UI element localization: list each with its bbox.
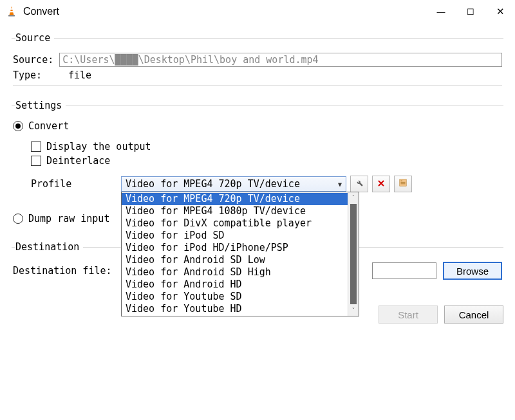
deinterlace-label: Deinterlace [46, 155, 110, 167]
profile-option[interactable]: Video for Android SD Low [122, 254, 348, 266]
profile-option[interactable]: Video for iPod SD [122, 230, 348, 242]
svg-marker-0 [10, 6, 14, 15]
profile-dropdown: Video for MPEG4 720p TV/deviceVideo for … [121, 192, 359, 316]
scroll-down-icon[interactable]: ˇ [348, 305, 359, 316]
dump-raw-radio[interactable] [13, 214, 23, 224]
vlc-icon [5, 5, 18, 18]
titlebar: Convert — ☐ ✕ [0, 0, 515, 23]
profile-option[interactable]: Video for MPEG4 720p TV/device [122, 193, 348, 205]
type-label: Type: [13, 69, 68, 81]
cancel-button[interactable]: Cancel [444, 306, 503, 324]
profile-option[interactable]: Video for Youtube HD [122, 303, 348, 315]
source-group: Source Source: Type: file [12, 32, 503, 93]
dropdown-scrollbar[interactable]: ˆ ˇ [348, 192, 359, 316]
destination-legend: Destination [15, 241, 83, 253]
new-profile-icon [398, 178, 407, 190]
delete-icon [377, 178, 385, 190]
settings-group: Settings Convert Display the output Dein… [12, 100, 503, 235]
profile-option[interactable]: Video for iPod HD/iPhone/PSP [122, 242, 348, 254]
display-output-label: Display the output [46, 141, 151, 152]
settings-legend: Settings [15, 100, 66, 111]
source-legend: Source [15, 32, 54, 44]
chevron-down-icon[interactable]: ▼ [334, 177, 346, 191]
profile-option[interactable]: Video for Android SD High [122, 266, 348, 278]
edit-profile-button[interactable] [350, 176, 368, 192]
browse-button[interactable]: Browse [443, 262, 502, 280]
convert-radio[interactable] [13, 121, 23, 131]
profile-label: Profile [13, 178, 121, 190]
profile-selected-text: Video for MPEG4 720p TV/device [122, 178, 334, 190]
profile-option[interactable]: Video for DivX compatible player [122, 217, 348, 230]
convert-radio-row[interactable]: Convert [13, 120, 502, 132]
delete-profile-button[interactable] [372, 176, 390, 192]
source-input[interactable] [59, 53, 502, 67]
profile-option[interactable]: Video for Android HD [122, 278, 348, 291]
deinterlace-checkbox[interactable] [31, 156, 41, 166]
maximize-button[interactable]: ☐ [456, 0, 485, 23]
svg-rect-6 [401, 182, 406, 183]
display-output-checkbox[interactable] [31, 142, 41, 152]
svg-rect-7 [401, 183, 406, 184]
svg-rect-1 [10, 8, 13, 10]
wrench-icon [355, 178, 364, 190]
svg-rect-2 [10, 11, 14, 12]
deinterlace-row[interactable]: Deinterlace [31, 155, 502, 167]
destination-file-input[interactable] [372, 262, 436, 279]
scroll-up-icon[interactable]: ˆ [348, 192, 359, 203]
destination-file-label: Destination file: [13, 265, 112, 277]
window-title: Convert [23, 6, 59, 17]
svg-rect-3 [8, 15, 15, 17]
convert-label: Convert [28, 120, 69, 132]
display-output-row[interactable]: Display the output [31, 141, 502, 152]
source-label: Source: [13, 54, 59, 66]
scroll-thumb[interactable] [350, 204, 357, 304]
profile-combobox[interactable]: Video for MPEG4 720p TV/device ▼ Video f… [121, 176, 346, 192]
profile-option[interactable]: Video for Youtube SD [122, 291, 348, 303]
start-button[interactable]: Start [379, 306, 438, 324]
minimize-button[interactable]: — [426, 0, 456, 23]
type-value: file [68, 69, 91, 81]
close-button[interactable]: ✕ [485, 0, 515, 23]
dump-raw-label: Dump raw input [28, 213, 109, 224]
new-profile-button[interactable] [394, 176, 412, 192]
svg-rect-5 [401, 181, 402, 181]
profile-option[interactable]: Video for MPEG4 1080p TV/device [122, 205, 348, 217]
